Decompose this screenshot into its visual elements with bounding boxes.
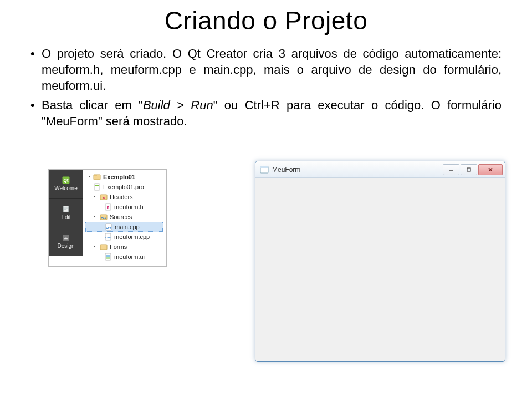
bullet-1-text: O projeto será criado. O Qt Creator cria… [42, 47, 502, 93]
svg-rect-23 [106, 255, 110, 257]
tree-main-cpp-label: main.cpp [115, 224, 140, 230]
tree-ui-file-label: meuform.ui [114, 253, 145, 260]
mode-edit-label: Edit [61, 214, 70, 220]
tree-ui-file[interactable]: meuform.ui [85, 252, 163, 262]
mode-design-label: Design [57, 243, 74, 249]
maximize-button[interactable] [461, 164, 477, 175]
svg-rect-28 [467, 168, 470, 171]
minimize-button[interactable] [443, 164, 459, 175]
mode-design[interactable]: Design [49, 227, 83, 256]
bullet-2-run: Run [191, 98, 213, 112]
window-buttons [442, 164, 503, 175]
chevron-down-icon [93, 245, 98, 249]
svg-text:c++: c++ [101, 216, 106, 220]
h-file-icon: h [104, 203, 112, 211]
meuform-window: MeuForm [255, 161, 505, 362]
tree-sources[interactable]: c++ Sources [85, 212, 163, 222]
pro-file-icon [93, 183, 101, 191]
maximize-icon [466, 167, 472, 172]
svg-text:Qt: Qt [63, 178, 68, 183]
svg-rect-26 [260, 166, 268, 168]
svg-rect-10 [95, 185, 99, 186]
minimize-icon [448, 167, 454, 172]
svg-text:h: h [103, 196, 105, 200]
tree-pro-file[interactable]: Exemplo01.pro [85, 182, 163, 192]
qt-logo-icon: Qt [62, 176, 70, 184]
edit-icon [62, 205, 70, 213]
project-tree: Exemplo01 Exemplo01.pro h Headers h meuf… [83, 170, 166, 266]
tree-forms[interactable]: Forms [85, 242, 163, 252]
svg-rect-2 [63, 206, 68, 212]
bullet-1: O projeto será criado. O Qt Creator cria… [30, 45, 502, 94]
mode-edit[interactable]: Edit [49, 199, 83, 227]
tree-meuform-cpp[interactable]: c++ meuform.cpp [85, 232, 163, 242]
tree-headers-label: Headers [110, 194, 133, 200]
tree-header-file[interactable]: h meuform.h [85, 202, 163, 212]
svg-rect-24 [106, 257, 110, 259]
close-icon [488, 167, 493, 172]
svg-rect-21 [100, 245, 107, 250]
bullet-2: Basta clicar em "Build > Run" ou Ctrl+R … [30, 97, 502, 129]
mode-welcome[interactable]: Qt Welcome [49, 170, 83, 199]
svg-text:h: h [107, 205, 109, 209]
svg-rect-9 [94, 184, 100, 190]
mode-welcome-label: Welcome [54, 185, 78, 191]
chevron-down-icon [86, 175, 91, 179]
qtcreator-panel: Qt Welcome Edit Design Exemplo01 Exemplo… [48, 169, 167, 267]
chevron-down-icon [93, 215, 98, 219]
svg-rect-8 [94, 175, 97, 176]
tree-sources-label: Sources [110, 214, 132, 220]
tree-main-cpp[interactable]: c++ main.cpp [85, 222, 163, 232]
slide-title: Criando o Projeto [30, 6, 502, 35]
folder-icon: c++ [100, 213, 108, 221]
close-button[interactable] [478, 164, 503, 175]
bullet-list: O projeto será criado. O Qt Creator cria… [30, 45, 502, 129]
svg-rect-6 [63, 235, 69, 241]
tree-header-file-label: meuform.h [114, 204, 144, 210]
folder-icon: h [100, 193, 108, 201]
folder-icon [100, 243, 108, 251]
tree-headers[interactable]: h Headers [85, 192, 163, 202]
chevron-down-icon [93, 195, 98, 199]
bullet-2-b: > [170, 98, 191, 112]
cpp-file-icon: c++ [105, 223, 112, 231]
window-body [255, 178, 505, 361]
window-title: MeuForm [272, 166, 442, 174]
svg-text:c++: c++ [106, 226, 111, 229]
cpp-file-icon: c++ [104, 233, 112, 241]
tree-meuform-cpp-label: meuform.cpp [114, 233, 150, 240]
mode-bar: Qt Welcome Edit Design [49, 170, 83, 256]
tree-pro-file-label: Exemplo01.pro [103, 184, 144, 190]
design-icon [62, 234, 70, 242]
project-icon [93, 173, 101, 181]
ui-file-icon [104, 253, 112, 261]
tree-project[interactable]: Exemplo01 [85, 172, 163, 182]
app-icon [260, 165, 269, 174]
tree-project-label: Exemplo01 [103, 174, 135, 180]
tree-forms-label: Forms [110, 243, 127, 250]
bullet-2-build: Build [143, 98, 170, 112]
bullet-2-a: Basta clicar em " [42, 98, 143, 112]
svg-text:c++: c++ [105, 236, 110, 239]
window-titlebar[interactable]: MeuForm [255, 161, 505, 178]
